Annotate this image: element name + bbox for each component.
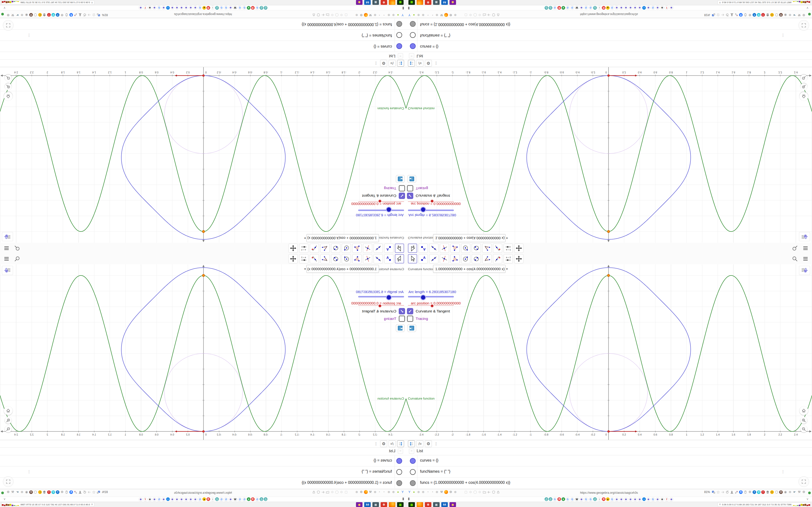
- slider-handle[interactable]: [378, 200, 382, 203]
- glyph-icon[interactable]: G: [589, 497, 593, 501]
- browser-nav-icons[interactable]: Y●⊕⊕◔◔⊕⚒●⚙⊕▢⊙◯⊙: [312, 490, 405, 494]
- object-row-funcnames[interactable]: funcNames = {" "} ⋮: [406, 30, 812, 41]
- glyph-icon[interactable]: ✽: [660, 6, 664, 10]
- glyph-icon[interactable]: ▣: [433, 502, 440, 507]
- visibility-marble[interactable]: [396, 32, 402, 38]
- arc-position-slider[interactable]: [358, 201, 404, 202]
- glyph-icon[interactable]: ✽: [175, 6, 179, 10]
- zoom-in-button[interactable]: [5, 417, 12, 424]
- algebra-view-icon[interactable]: [397, 60, 404, 67]
- fullscreen-button[interactable]: [3, 20, 13, 31]
- more-options-icon[interactable]: ⋮: [434, 442, 438, 446]
- curvature-tangent-checkbox[interactable]: ✓: [407, 308, 413, 314]
- glyph-icon[interactable]: ✽: [647, 6, 651, 10]
- arc-position-slider-label[interactable]: arc position = 0.000000000000: [351, 202, 401, 206]
- pause-icon[interactable]: ‖: [402, 6, 404, 10]
- algebra-view-icon[interactable]: [408, 440, 415, 447]
- glyph-icon[interactable]: ✽: [669, 497, 673, 501]
- settings-gear-icon[interactable]: ⚙: [380, 440, 387, 447]
- tool-line-through-two-points[interactable]: [429, 243, 439, 253]
- glyph-icon[interactable]: ◉: [356, 0, 362, 5]
- glyph-icon[interactable]: W: [233, 6, 237, 10]
- collapse-group-button[interactable]: −: [398, 449, 403, 454]
- glyph-icon[interactable]: G: [238, 6, 242, 10]
- taskbar-app-icons[interactable]: ▥●⚙▣64◉: [408, 502, 456, 507]
- arc-length-slider-label[interactable]: Arc length = 6.283185307180: [356, 290, 404, 294]
- visibility-marble[interactable]: [410, 32, 416, 38]
- settings-gear-icon[interactable]: ⚙: [425, 60, 432, 67]
- glyph-icon[interactable]: ▲: [203, 6, 206, 10]
- tool-polygon[interactable]: [451, 254, 460, 264]
- tab-strip[interactable]: @@GЯ∨GGW✽GG@iЯ▲G✽✽✽✽✽✽▪✽G✽✽f✽: [139, 497, 267, 501]
- fullscreen-button[interactable]: [799, 20, 809, 31]
- curvature-function-dropdown[interactable]: 1.000000000000 + cos(4.000000000000 x) ▼: [306, 265, 379, 273]
- glyph-icon[interactable]: G: [255, 6, 259, 10]
- taskbar-app-icons[interactable]: ▥●⚙▣64◉: [408, 0, 456, 5]
- tool-move-pointer[interactable]: [395, 243, 404, 253]
- glyph-icon[interactable]: ◉: [450, 0, 456, 5]
- url-text[interactable]: https://www.geogebra.org/classic/aagcxh3…: [174, 491, 232, 495]
- glyph-icon[interactable]: ✽: [647, 497, 651, 501]
- glyph-icon[interactable]: ✽: [628, 497, 633, 501]
- glyph-icon[interactable]: G: [553, 6, 557, 10]
- glyph-icon[interactable]: @: [545, 6, 548, 10]
- glyph-icon[interactable]: ∨: [247, 6, 251, 10]
- browser-extension-icons[interactable]: A文A⚙+UI◐U◉⊕☛⚒⚙: [6, 490, 101, 494]
- visibility-marble[interactable]: [410, 43, 416, 49]
- glyph-icon[interactable]: @: [593, 497, 597, 501]
- search-icon[interactable]: [13, 244, 21, 252]
- algebra-view-icon[interactable]: [408, 60, 415, 67]
- graphics-view[interactable]: -2.4-2.2-2-1.8-1.6-1.4-1.2-1-0.8-0.6-0.4…: [406, 67, 812, 243]
- glyph-icon[interactable]: ✽: [162, 6, 166, 10]
- object-row-curves[interactable]: curves = {}: [406, 455, 812, 466]
- glyph-icon[interactable]: G: [219, 6, 223, 10]
- browser-extension-icons[interactable]: A文A⚙+UI◐U◉⊕☛⚒⚙: [711, 490, 806, 494]
- search-icon[interactable]: [791, 255, 799, 263]
- glyph-icon[interactable]: ✽: [189, 6, 193, 10]
- glyph-icon[interactable]: ✽: [152, 497, 157, 501]
- glyph-icon[interactable]: ✽: [615, 497, 619, 501]
- arc-length-slider[interactable]: [358, 296, 404, 297]
- tool-move-pointer[interactable]: [408, 243, 417, 253]
- tool-angle[interactable]: α: [320, 243, 329, 253]
- pause-icon[interactable]: ‖: [402, 497, 404, 501]
- curvature-tangent-checkbox[interactable]: ✓: [407, 193, 413, 199]
- glyph-icon[interactable]: G: [570, 497, 574, 501]
- glyph-icon[interactable]: ▲: [606, 497, 610, 501]
- glyph-icon[interactable]: ✽: [148, 6, 152, 10]
- glyph-icon[interactable]: ▲: [203, 497, 206, 501]
- tool-point-on-line[interactable]: [493, 243, 502, 253]
- glyph-icon[interactable]: G: [242, 497, 247, 501]
- glyph-icon[interactable]: G: [566, 6, 570, 10]
- tool-move-pointer[interactable]: [395, 254, 404, 264]
- arc-length-slider-label[interactable]: Arc length = 6.283185307180: [356, 213, 404, 217]
- glyph-icon[interactable]: @: [549, 6, 552, 10]
- glyph-icon[interactable]: G: [570, 6, 574, 10]
- browser-extension-icons[interactable]: A文A⚙+UI◐U◉⊕☛⚒⚙: [6, 13, 101, 17]
- glyph-icon[interactable]: @: [260, 6, 263, 10]
- glyph-icon[interactable]: ✽: [579, 6, 583, 10]
- glyph-icon[interactable]: ✽: [669, 6, 673, 10]
- play-animation-button[interactable]: ▶▏: [396, 175, 405, 183]
- glyph-icon[interactable]: Я: [207, 497, 210, 501]
- object-row-funcnames[interactable]: funcNames = {" "} ⋮: [406, 466, 812, 477]
- zoom-out-button[interactable]: [5, 74, 12, 81]
- object-row-funcs[interactable]: funcs = {1.000000000000 + cos(4.00000000…: [406, 477, 812, 489]
- glyph-icon[interactable]: @: [264, 6, 267, 10]
- fullscreen-button[interactable]: [3, 476, 13, 487]
- visibility-marble[interactable]: [410, 458, 416, 464]
- glyph-icon[interactable]: ✽: [638, 497, 642, 501]
- arc-length-slider[interactable]: [358, 210, 404, 211]
- glyph-icon[interactable]: G: [610, 497, 614, 501]
- glyph-icon[interactable]: G: [224, 497, 228, 501]
- row-menu-icon[interactable]: ⋮: [27, 469, 31, 474]
- glyph-icon[interactable]: ●: [389, 502, 395, 507]
- collapse-group-button[interactable]: −: [398, 53, 403, 58]
- fx-icon[interactable]: ƒx: [389, 440, 396, 447]
- play-animation-button[interactable]: ▶▏: [407, 324, 416, 332]
- tool-move-pointer[interactable]: [408, 254, 417, 264]
- curvature-tangent-checkbox[interactable]: ✓: [399, 193, 405, 199]
- glyph-icon[interactable]: @: [545, 497, 548, 501]
- glyph-icon[interactable]: ▣: [433, 0, 440, 5]
- row-menu-icon[interactable]: ⋮: [27, 33, 31, 38]
